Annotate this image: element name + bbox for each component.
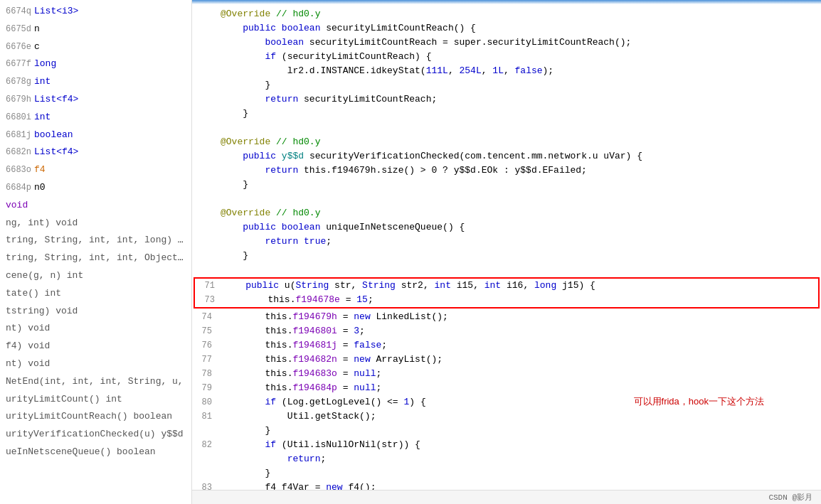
sidebar-item[interactable]: urityVerificationChecked(u) y$$d [0, 426, 191, 444]
code-line-82: 82 if (Util.isNullOrNil(str)) { [192, 438, 821, 452]
credit-text: CSDN @影月 [768, 492, 812, 503]
sidebar-item[interactable]: tring, String, int, int, Object) v... [0, 250, 191, 267]
code-line: lr2.d.INSTANCE.idkeyStat(111L, 254L, 1L,… [192, 64, 821, 78]
code-line: @Override // hd0.y [192, 7, 821, 21]
sidebar-item[interactable]: ueInNetsceneQueue() boolean [0, 444, 191, 461]
code-line [192, 121, 821, 135]
sidebar-item[interactable]: 6684pn0 [0, 179, 191, 197]
sidebar-item[interactable]: urityLimitCount() int [0, 391, 191, 409]
code-line: @Override // hd0.y [192, 135, 821, 149]
code-line-73: 73 this.f194678e = 15; [195, 293, 818, 307]
code-line: } [192, 249, 821, 263]
sidebar-item[interactable]: void [0, 197, 191, 215]
code-line: public boolean uniqueInNetsceneQueue() { [192, 220, 821, 235]
code-line-76: 76 this.f194681j = false; [192, 338, 821, 353]
sidebar-item[interactable]: f4) void [0, 338, 191, 355]
sidebar-item[interactable]: urityLimitCountReach() boolean [0, 408, 191, 426]
code-area[interactable]: @Override // hd0.y public boolean securi… [192, 4, 821, 490]
code-line-81: 81 Util.getStack(); [192, 409, 821, 424]
sidebar-item[interactable]: 6682nList<f4> [0, 144, 191, 161]
sidebar-item[interactable]: 6675dn [0, 21, 191, 38]
sidebar-item[interactable]: tate() int [0, 285, 191, 303]
sidebar-item[interactable]: tring, String, int, int, long) vo... [0, 232, 191, 250]
code-line: } [192, 107, 821, 121]
code-line-78: 78 this.f194683o = null; [192, 367, 821, 381]
code-line: if (securityLimitCountReach) { [192, 50, 821, 64]
sidebar-item[interactable]: NetEnd(int, int, int, String, u, [0, 373, 191, 391]
code-line-77: 77 this.f194682n = new ArrayList(); [192, 353, 821, 367]
code-line-80: 80 if (Log.getLogLevel() <= 1) { 可以用frid… [192, 395, 821, 409]
sidebar-item[interactable]: tstring) void [0, 303, 191, 321]
sidebar-item[interactable]: 6674qList<i3> [0, 3, 191, 21]
main-panel: @Override // hd0.y public boolean securi… [192, 0, 821, 504]
sidebar-item[interactable]: nt) void [0, 355, 191, 373]
sidebar-item[interactable]: 6676ec [0, 38, 191, 56]
code-line: } [192, 178, 821, 192]
code-line-71: 71 public u(String str, String str2, int… [195, 279, 818, 293]
sidebar[interactable]: 6674qList<i3> 6675dn 6676ec 6677flong 66… [0, 0, 192, 504]
code-line: } [192, 424, 821, 438]
sidebar-item[interactable]: 6677flong [0, 55, 191, 73]
code-line: boolean securityLimitCountReach = super.… [192, 36, 821, 50]
sidebar-item[interactable]: 6678gint [0, 73, 191, 91]
code-line-79: 79 this.f194684p = null; [192, 381, 821, 395]
code-line: return; [192, 452, 821, 466]
sidebar-item[interactable]: cene(g, n) int [0, 267, 191, 285]
code-line: public y$$d securityVerificationChecked(… [192, 149, 821, 163]
code-line: } [192, 78, 821, 92]
sidebar-item[interactable]: 6683of4 [0, 161, 191, 179]
code-line: return securityLimitCountReach; [192, 92, 821, 107]
code-line [192, 192, 821, 206]
sidebar-item[interactable]: 6681jboolean [0, 127, 191, 144]
red-box-region: 71 public u(String str, String str2, int… [194, 277, 820, 309]
code-line-75: 75 this.f194680i = 3; [192, 324, 821, 338]
code-line: @Override // hd0.y [192, 206, 821, 220]
code-line-74: 74 this.f194679h = new LinkedList(); [192, 310, 821, 324]
code-line: public boolean securityLimitCountReach()… [192, 21, 821, 36]
code-line: } [192, 466, 821, 481]
code-line: return this.f194679h.size() > 0 ? y$$d.E… [192, 163, 821, 178]
code-line-83: 83 f4 f4Var = new f4(); [192, 481, 821, 490]
bottom-bar: CSDN @影月 [192, 490, 821, 504]
code-line: return true; [192, 235, 821, 249]
sidebar-item[interactable]: nt) void [0, 320, 191, 338]
sidebar-item[interactable]: 6680iint [0, 109, 191, 127]
sidebar-item[interactable]: 6679hList<f4> [0, 91, 191, 109]
sidebar-item[interactable]: ng, int) void [0, 215, 191, 232]
code-line [192, 263, 821, 277]
